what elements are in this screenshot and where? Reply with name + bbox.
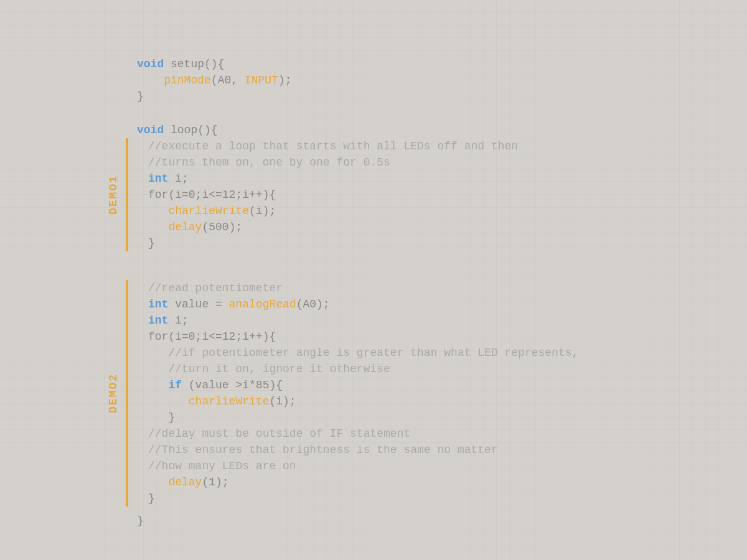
demo2-label: DEMO2	[107, 373, 120, 413]
loop-close: }	[137, 513, 647, 529]
demo2-bar	[126, 280, 128, 506]
demo2-code: //read potentiometer int value = analogR…	[148, 280, 647, 506]
code-container: void setup(){ pinMode(A0, INPUT); } void…	[137, 56, 647, 529]
demo1-code: //execute a loop that starts with all LE…	[148, 138, 647, 251]
demo1-wrapper: DEMO1 //execute a loop that starts with …	[137, 138, 647, 251]
spacer	[137, 264, 647, 280]
demo2-wrapper: DEMO2 //read potentiometer int value = a…	[137, 280, 647, 506]
setup-block: void setup(){ pinMode(A0, INPUT); }	[137, 56, 647, 105]
loop-header: void loop(){	[137, 122, 647, 138]
setup-code: void setup(){ pinMode(A0, INPUT); }	[137, 56, 647, 105]
demo1-bar	[126, 138, 128, 251]
demo1-label: DEMO1	[107, 175, 120, 215]
